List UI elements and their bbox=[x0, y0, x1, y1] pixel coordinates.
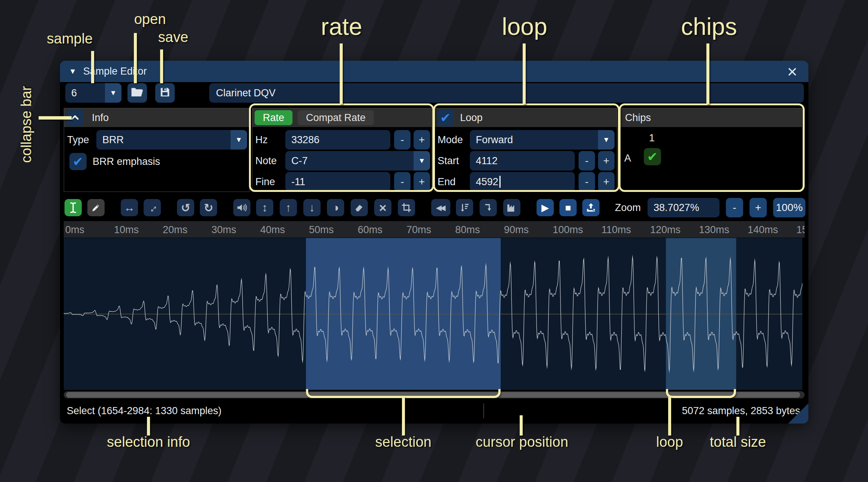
annotation-line-selection-info bbox=[147, 417, 150, 436]
industry-icon bbox=[507, 203, 517, 213]
arrows-horizontal-icon: ↔ bbox=[124, 201, 135, 214]
resize-horizontal-button[interactable]: ↔ bbox=[121, 199, 138, 216]
annotation-line-loop-bottom bbox=[668, 397, 671, 436]
play-button[interactable]: ▶ bbox=[537, 199, 554, 216]
sort-button[interactable] bbox=[456, 199, 473, 216]
ruler-tick-label: 50ms bbox=[309, 224, 334, 236]
brr-emphasis-label: BRR emphasis bbox=[93, 156, 160, 168]
annotation-sample: sample bbox=[47, 31, 93, 47]
waveform-display[interactable] bbox=[64, 238, 802, 390]
loop-bracket bbox=[666, 389, 736, 398]
ruler-tick-label: 20ms bbox=[163, 224, 187, 236]
go-to-begin-button[interactable]: ◀◀ bbox=[431, 199, 450, 216]
ruler-tick-label: 110ms bbox=[601, 224, 631, 236]
create-wavetable-button[interactable] bbox=[503, 199, 520, 216]
selection-info-text: Select (1654-2984: 1330 samples) bbox=[67, 401, 222, 421]
annotation-line-loop bbox=[523, 43, 526, 104]
arrow-down-icon: ↓ bbox=[309, 201, 315, 214]
zoom-value: 38.7027% bbox=[648, 202, 699, 214]
annotation-line-total-size bbox=[736, 417, 739, 436]
ruler-tick-label: 10ms bbox=[114, 224, 139, 236]
ruler-tick-label: 30ms bbox=[211, 224, 236, 236]
name-input[interactable]: Clarinet DQV bbox=[209, 83, 804, 103]
dropdown-arrow-icon[interactable]: ▼ bbox=[105, 83, 121, 103]
silence-button[interactable] bbox=[351, 199, 368, 216]
type-value: BRR bbox=[96, 134, 231, 146]
eraser-icon bbox=[354, 203, 364, 213]
undo-button[interactable]: ↺ bbox=[177, 199, 194, 216]
zoom-label: Zoom bbox=[615, 202, 641, 214]
volume-button[interactable] bbox=[233, 199, 250, 216]
redo-icon: ↻ bbox=[204, 201, 213, 214]
collapse-triangle-icon[interactable]: ▼ bbox=[69, 67, 76, 76]
annotation-total-size: total size bbox=[710, 434, 766, 450]
zoom-reset-button[interactable]: 100% bbox=[773, 198, 805, 217]
annotation-line-rate bbox=[340, 43, 343, 104]
pencil-icon bbox=[91, 203, 101, 213]
zoom-out-button[interactable]: - bbox=[726, 198, 743, 217]
sample-toolbar: ↔ ↔ ↺ ↻ ↕ ↑ ↓ ◑ × ◀◀ ▶ ■ Zoom bbox=[64, 199, 805, 217]
folder-open-icon bbox=[131, 87, 144, 99]
apply-button[interactable] bbox=[480, 199, 497, 216]
invert-button[interactable]: ◑ bbox=[327, 199, 344, 216]
title-bar[interactable]: ▼ Sample Editor bbox=[60, 61, 808, 82]
sample-number-select[interactable]: 6 ▼ bbox=[65, 83, 121, 103]
annotation-loop: loop bbox=[502, 13, 547, 40]
annotation-line-save bbox=[160, 49, 163, 83]
resize-vertical-button[interactable]: ↕ bbox=[256, 199, 273, 216]
save-button[interactable] bbox=[155, 83, 175, 103]
annotation-line-chips bbox=[706, 43, 709, 104]
crop-icon bbox=[402, 203, 411, 213]
fade-out-button[interactable]: ↓ bbox=[303, 199, 321, 216]
info-panel: Info Type BRR ▼ ✔ BRR emphasis bbox=[64, 108, 250, 192]
name-value: Clarinet DQV bbox=[209, 87, 276, 99]
ruler-tick-label: 70ms bbox=[406, 224, 431, 236]
total-size-text: 5072 samples, 2853 bytes bbox=[682, 401, 800, 421]
dropdown-arrow-icon[interactable]: ▼ bbox=[231, 130, 247, 150]
annotation-rate: rate bbox=[321, 13, 362, 40]
annotation-selection: selection bbox=[375, 434, 432, 450]
ibeam-icon bbox=[68, 202, 78, 213]
import-button[interactable] bbox=[582, 199, 600, 216]
annotation-line-collapse-bar bbox=[39, 116, 72, 120]
arrow-up-icon: ↑ bbox=[286, 201, 291, 214]
close-icon[interactable]: × bbox=[782, 61, 802, 82]
trim-button[interactable] bbox=[398, 199, 415, 216]
resize-diagonal-button[interactable]: ↔ bbox=[144, 199, 161, 216]
ruler-tick-label: 100ms bbox=[553, 224, 583, 236]
zoom-input[interactable]: 38.7027% bbox=[648, 198, 720, 217]
arrows-vertical-icon: ↕ bbox=[262, 201, 268, 214]
fade-in-button[interactable]: ↑ bbox=[280, 199, 297, 216]
half-circle-icon: ◑ bbox=[332, 201, 339, 214]
annotation-open: open bbox=[134, 11, 166, 27]
delete-button[interactable]: × bbox=[374, 199, 391, 216]
x-icon: × bbox=[379, 201, 387, 215]
redo-button[interactable]: ↻ bbox=[200, 199, 217, 216]
ruler-tick-label: 40ms bbox=[260, 224, 285, 236]
ruler-tick-label: 60ms bbox=[358, 224, 382, 236]
type-select[interactable]: BRR ▼ bbox=[96, 130, 247, 150]
type-label: Type bbox=[67, 134, 96, 146]
stop-button[interactable]: ■ bbox=[559, 199, 577, 216]
open-button[interactable] bbox=[127, 83, 147, 103]
annotation-loop-bottom: loop bbox=[656, 434, 683, 450]
annotation-save: save bbox=[158, 29, 188, 45]
ibeam-select-tool-button[interactable] bbox=[64, 199, 82, 216]
resize-grip[interactable] bbox=[788, 403, 808, 424]
status-divider bbox=[483, 403, 484, 418]
ruler-tick-label: 120ms bbox=[650, 224, 681, 236]
play-icon: ▶ bbox=[541, 202, 549, 214]
time-ruler[interactable]: 0ms10ms20ms30ms40ms50ms60ms70ms80ms90ms1… bbox=[64, 221, 805, 238]
top-controls-row: 6 ▼ Name Clarinet DQV bbox=[60, 83, 808, 103]
ruler-tick-label: 90ms bbox=[504, 224, 529, 236]
brr-emphasis-checkbox[interactable]: ✔ bbox=[69, 153, 87, 170]
sample-number-value: 6 bbox=[65, 87, 105, 99]
ruler-tick-label: 150ms bbox=[796, 224, 805, 236]
ruler-tick-label: 140ms bbox=[748, 224, 778, 236]
info-header: Info bbox=[64, 108, 249, 127]
stop-icon: ■ bbox=[565, 202, 571, 214]
annotation-line-open bbox=[134, 33, 137, 83]
zoom-in-button[interactable]: + bbox=[750, 198, 767, 217]
floppy-disk-icon bbox=[159, 87, 171, 99]
pencil-draw-tool-button[interactable] bbox=[87, 199, 105, 216]
